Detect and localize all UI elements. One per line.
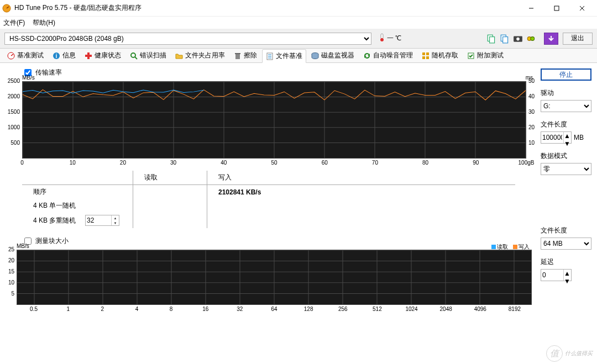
screenshot-icon[interactable] [513, 34, 523, 44]
save-icon[interactable] [544, 33, 558, 45]
delay-input[interactable] [541, 271, 563, 279]
chart1-yticks-left: 5001000150020002500 [6, 81, 21, 159]
tab-健康状态[interactable]: 健康状态 [81, 49, 125, 62]
spinner-up-icon[interactable]: ▲ [564, 270, 571, 277]
drive-select[interactable]: HS-SSD-C2000Pro 2048GB (2048 gB) [4, 33, 371, 45]
tab-label: 基准测试 [17, 51, 44, 60]
chart1 [22, 81, 526, 159]
tab-错误扫描[interactable]: 错误扫描 [126, 49, 170, 62]
tab-label: 附加测试 [477, 51, 504, 60]
svg-rect-30 [426, 52, 429, 55]
copy-icon[interactable] [486, 34, 496, 44]
tab-擦除[interactable]: 擦除 [230, 49, 261, 62]
chart1-y-left-unit: MB/s [22, 75, 35, 81]
tab-label: 磁盘监视器 [321, 51, 354, 60]
title-bar: HD Tune Pro 5.75 - 硬盘/固态硬盘实用程序 [0, 0, 597, 17]
toolbar-icons [483, 34, 540, 44]
data-mode-select[interactable]: 零 [541, 163, 591, 175]
chart2 [17, 250, 532, 305]
tab-基准测试[interactable]: 基准测试 [3, 49, 48, 62]
delay-spinner[interactable]: ▲▼ [541, 269, 572, 281]
tab-bar: 基准测试i信息健康状态错误扫描文件夹占用率擦除文件基准磁盘监视器自动噪音管理随机… [0, 49, 597, 63]
svg-rect-23 [235, 53, 240, 54]
data-mode-label: 数据模式 [541, 151, 591, 161]
doc-icon [266, 52, 274, 60]
right-column: 停止 驱动 G: 文件长度 ▲▼ MB 数据模式 零 文件长度 64 MB 延迟… [541, 67, 591, 360]
multi-count-input[interactable] [86, 215, 111, 225]
tab-随机存取[interactable]: 随机存取 [418, 49, 462, 62]
col-write: 写入 [207, 171, 515, 185]
tab-label: 文件基准 [276, 51, 302, 61]
chart1-wrap: MB/s ms 5001000150020002500 1020304050 0… [6, 81, 537, 167]
gauge-red-icon [7, 52, 15, 60]
legend-write-swatch [513, 245, 517, 249]
stop-button[interactable]: 停止 [541, 68, 591, 81]
drive-letter-select[interactable]: G: [541, 100, 591, 112]
transfer-rate-label: 传输速率 [35, 68, 62, 77]
tab-信息[interactable]: i信息 [49, 49, 80, 62]
file-length-spinner[interactable]: ▲▼ [541, 131, 572, 144]
svg-point-12 [516, 37, 520, 40]
chart2-y-unit: MB/s [17, 243, 29, 249]
tab-附加测试[interactable]: 附加测试 [463, 49, 507, 62]
multi-count-spinner[interactable]: ▲▼ [85, 215, 119, 226]
spinner-up-icon[interactable]: ▲ [564, 132, 571, 140]
block-size-label: 测量块大小 [35, 236, 69, 246]
chart2-wrap: MB/s 读取 写入 510152025 0.51248163264128256… [6, 250, 537, 314]
maximize-button[interactable] [544, 1, 569, 16]
delay-label: 延迟 [541, 257, 591, 267]
results-table: 读取 写入 顺序 2102841 KB/s 4 KB 单一随机 4 KB 多重随… [22, 171, 515, 228]
temperature-value: 一 ℃ [387, 34, 401, 43]
tab-文件基准[interactable]: 文件基准 [262, 49, 306, 63]
chart2-yticks: 510152025 [6, 250, 15, 305]
svg-rect-10 [503, 36, 508, 43]
tab-label: 文件夹占用率 [185, 51, 225, 60]
tab-label: 擦除 [244, 51, 257, 60]
tab-磁盘监视器[interactable]: 磁盘监视器 [307, 49, 358, 62]
tab-文件夹占用率[interactable]: 文件夹占用率 [171, 49, 229, 62]
cycle-icon [363, 52, 371, 60]
spinner-up-icon[interactable]: ▲ [112, 215, 119, 220]
left-column: 传输速率 MB/s ms 5001000150020002500 1020304… [6, 67, 537, 360]
search-green-icon [130, 52, 138, 60]
close-button[interactable] [569, 1, 595, 16]
minimize-button[interactable] [519, 1, 544, 16]
svg-rect-31 [422, 56, 425, 59]
spinner-down-icon[interactable]: ▼ [564, 140, 571, 147]
chart1-yticks-right: 1020304050 [527, 81, 537, 159]
file-length2-label: 文件长度 [541, 226, 591, 235]
options-icon[interactable] [526, 34, 536, 44]
write-seq-value: 2102841 KB/s [218, 188, 261, 196]
chart1-xticks: 0102030405060708090100gB [22, 160, 526, 167]
window-controls [519, 1, 595, 16]
spinner-down-icon[interactable]: ▼ [112, 220, 119, 225]
legend-read-swatch [491, 245, 496, 249]
tab-label: 信息 [62, 51, 76, 60]
copy-info-icon[interactable] [500, 34, 510, 44]
svg-rect-32 [426, 56, 429, 59]
row-4k-multi-label: 4 KB 多重随机 [33, 217, 76, 224]
row-seq-label: 顺序 [22, 185, 133, 199]
spinner-down-icon[interactable]: ▼ [564, 277, 571, 285]
row-4k-single-label: 4 KB 单一随机 [22, 199, 133, 213]
menu-file[interactable]: 文件(F) [3, 18, 25, 28]
content-area: 传输速率 MB/s ms 5001000150020002500 1020304… [0, 63, 597, 364]
grid-icon [422, 52, 430, 60]
svg-point-14 [531, 36, 535, 40]
svg-rect-8 [490, 36, 495, 43]
toolbar-row: HS-SSD-C2000Pro 2048GB (2048 gB) 一 ℃ 退出 [0, 29, 597, 49]
extra-icon [467, 52, 475, 60]
svg-rect-19 [85, 55, 92, 57]
tab-label: 错误扫描 [140, 51, 166, 60]
menu-help[interactable]: 帮助(H) [33, 18, 55, 28]
file-length-input[interactable] [541, 134, 563, 141]
folder-icon [175, 52, 183, 60]
file-length2-select[interactable]: 64 MB [541, 238, 591, 250]
svg-text:i: i [56, 53, 57, 59]
svg-rect-2 [554, 6, 559, 10]
tab-自动噪音管理[interactable]: 自动噪音管理 [359, 49, 417, 62]
menu-bar: 文件(F) 帮助(H) [0, 17, 597, 29]
exit-button[interactable]: 退出 [563, 33, 593, 45]
svg-line-21 [135, 57, 137, 59]
chart2-xticks: 0.512481632641282565121024204840968192 [17, 306, 532, 314]
